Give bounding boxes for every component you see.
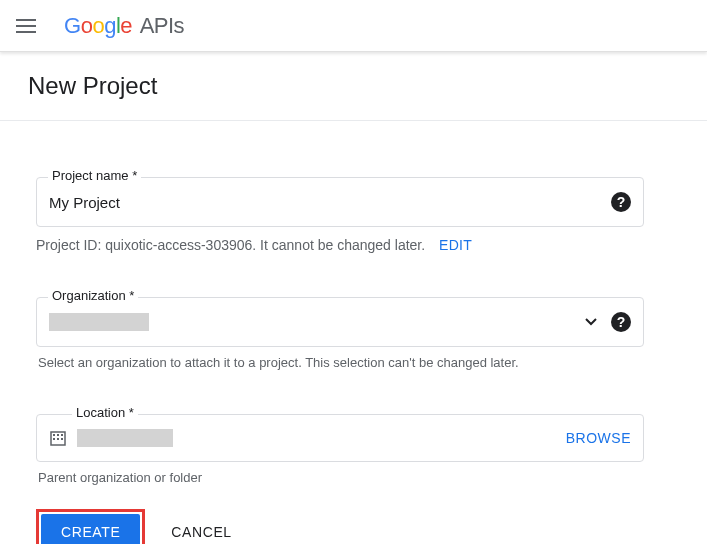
organization-hint: Select an organization to attach it to a… — [36, 355, 644, 370]
page-title: New Project — [0, 52, 707, 121]
svg-rect-4 — [53, 438, 55, 440]
cancel-button[interactable]: CANCEL — [163, 514, 239, 544]
project-name-field[interactable]: ? — [36, 177, 644, 227]
browse-location-link[interactable]: BROWSE — [566, 430, 631, 446]
new-project-form: Project name * ? Project ID: quixotic-ac… — [0, 121, 680, 544]
create-button[interactable]: CREATE — [41, 514, 140, 544]
location-field[interactable]: BROWSE — [36, 414, 644, 462]
svg-rect-5 — [57, 438, 59, 440]
organization-label: Organization * — [48, 288, 138, 303]
chevron-down-icon[interactable] — [585, 318, 597, 326]
organization-select[interactable]: ? — [36, 297, 644, 347]
create-button-highlight: CREATE — [36, 509, 145, 544]
organization-value-redacted — [49, 313, 149, 331]
hamburger-menu-icon[interactable] — [16, 14, 40, 38]
project-id-hint: Project ID: quixotic-access-303906. It c… — [36, 237, 644, 253]
location-hint: Parent organization or folder — [36, 470, 644, 485]
help-icon[interactable]: ? — [611, 192, 631, 212]
svg-rect-2 — [57, 434, 59, 436]
edit-project-id-link[interactable]: EDIT — [439, 237, 472, 253]
svg-rect-1 — [53, 434, 55, 436]
location-value-redacted — [77, 429, 173, 447]
svg-rect-6 — [61, 438, 63, 440]
building-icon — [49, 429, 67, 447]
help-icon[interactable]: ? — [611, 312, 631, 332]
google-apis-logo: Google APIs — [64, 13, 184, 39]
top-bar: Google APIs — [0, 0, 707, 52]
project-name-label: Project name * — [48, 168, 141, 183]
button-row: CREATE CANCEL — [36, 509, 644, 544]
location-label: Location * — [72, 405, 138, 420]
svg-rect-3 — [61, 434, 63, 436]
project-name-input[interactable] — [49, 194, 611, 211]
